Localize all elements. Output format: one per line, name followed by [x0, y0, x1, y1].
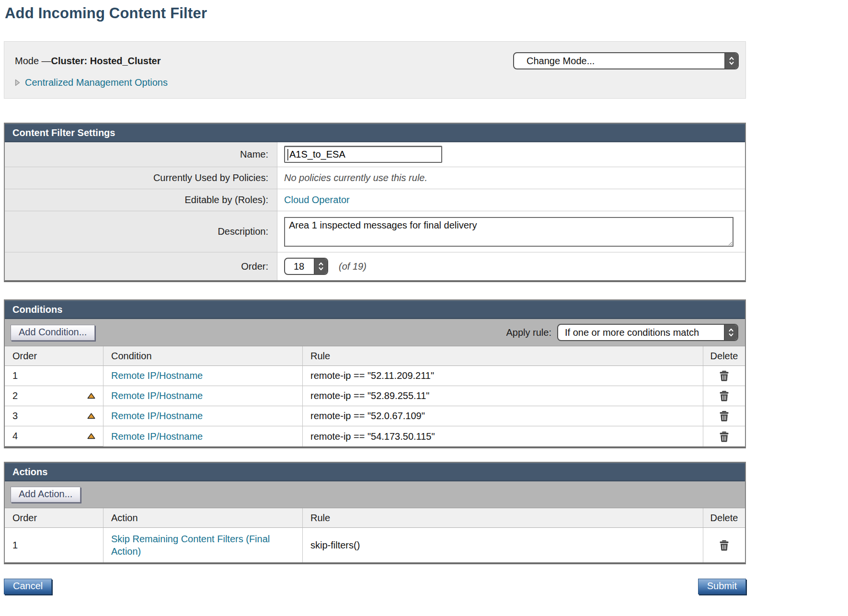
condition-row-order: 1: [5, 366, 103, 386]
condition-order-number: 1: [12, 370, 18, 381]
delete-trash-icon[interactable]: [719, 370, 729, 381]
mode-value: Cluster: Hosted_Cluster: [51, 56, 161, 66]
centralized-management-row: Centralized Management Options: [15, 77, 739, 88]
condition-rule: remote-ip == "52.89.255.11": [310, 390, 429, 401]
description-input[interactable]: Area 1 inspected messages for final deli…: [284, 217, 733, 247]
name-label: Name:: [5, 142, 277, 167]
conditions-col-rule: Rule: [303, 346, 703, 366]
condition-order-number: 2: [12, 390, 18, 401]
select-stepper-icon: [314, 259, 327, 274]
apply-rule-select[interactable]: If one or more conditions match: [557, 324, 738, 341]
condition-row-order: 3: [5, 406, 103, 426]
conditions-panel: Conditions Add Condition... Apply rule: …: [4, 299, 746, 448]
mode-panel: Mode —Cluster: Hosted_Cluster Change Mod…: [4, 41, 746, 99]
delete-trash-icon[interactable]: [719, 540, 729, 551]
policies-value: No policies currently use this rule.: [284, 172, 427, 183]
policies-label: Currently Used by Policies:: [5, 167, 277, 189]
action-order-number: 1: [12, 540, 18, 551]
condition-rule: remote-ip == "52.11.209.211": [310, 370, 434, 381]
condition-link[interactable]: Remote IP/Hostname: [111, 370, 203, 381]
conditions-toolbar: Add Condition... Apply rule: If one or m…: [5, 319, 745, 346]
move-up-icon[interactable]: [87, 393, 95, 399]
action-link[interactable]: Skip Remaining Content Filters (Final Ac…: [111, 533, 296, 558]
conditions-panel-header: Conditions: [5, 300, 745, 319]
mode-row: Mode —Cluster: Hosted_Cluster Change Mod…: [15, 52, 739, 69]
settings-row-order: Order: 18 (of 19): [5, 252, 745, 280]
add-condition-button[interactable]: Add Condition...: [11, 325, 95, 341]
actions-toolbar: Add Action...: [5, 481, 745, 508]
condition-link[interactable]: Remote IP/Hostname: [111, 431, 203, 442]
apply-rule-select-value: If one or more conditions match: [558, 325, 724, 340]
apply-rule-group: Apply rule: If one or more conditions ma…: [506, 324, 740, 341]
editable-label: Editable by (Roles):: [5, 189, 277, 211]
mode-text: Mode —Cluster: Hosted_Cluster: [15, 56, 161, 67]
change-mode-select[interactable]: Change Mode...: [513, 52, 739, 69]
order-select-value: 18: [285, 259, 314, 274]
conditions-col-condition: Condition: [103, 346, 303, 366]
condition-link[interactable]: Remote IP/Hostname: [111, 411, 203, 422]
settings-row-name: Name:: [5, 142, 745, 167]
action-row-order: 1: [5, 528, 103, 562]
condition-link[interactable]: Remote IP/Hostname: [111, 390, 203, 401]
condition-row-order: 2: [5, 386, 103, 406]
disclosure-triangle-icon[interactable]: [15, 79, 20, 86]
actions-col-rule: Rule: [303, 508, 703, 528]
actions-col-delete: Delete: [703, 508, 745, 528]
add-action-button[interactable]: Add Action...: [11, 487, 80, 502]
delete-trash-icon[interactable]: [719, 390, 729, 401]
actions-col-order: Order: [5, 508, 103, 528]
condition-rule: remote-ip == "54.173.50.115": [310, 431, 435, 442]
conditions-col-delete: Delete: [703, 346, 745, 366]
apply-rule-label: Apply rule:: [506, 327, 552, 338]
delete-trash-icon[interactable]: [719, 411, 729, 422]
conditions-col-order: Order: [5, 346, 103, 366]
select-stepper-icon: [724, 53, 738, 68]
conditions-table: Order Condition Rule Delete 1 Remote IP/…: [5, 346, 745, 446]
order-of-note: (of 19): [339, 261, 367, 272]
delete-trash-icon[interactable]: [719, 431, 729, 442]
page-title: Add Incoming Content Filter: [5, 5, 848, 22]
footer-buttons: Cancel Submit: [4, 579, 746, 594]
move-up-icon[interactable]: [87, 413, 95, 419]
actions-panel-header: Actions: [5, 463, 745, 481]
condition-row-order: 4: [5, 426, 103, 446]
settings-row-editable: Editable by (Roles): Cloud Operator: [5, 189, 745, 211]
change-mode-select-value: Change Mode...: [514, 53, 724, 68]
content-filter-settings-panel: Content Filter Settings Name: Currently …: [4, 123, 746, 282]
actions-panel: Actions Add Action... Order Action Rule …: [4, 462, 746, 564]
order-select[interactable]: 18: [284, 258, 328, 275]
settings-row-description: Description: Area 1 inspected messages f…: [5, 211, 745, 252]
select-stepper-icon: [724, 325, 737, 340]
cloud-operator-link[interactable]: Cloud Operator: [284, 194, 350, 205]
order-label: Order:: [5, 252, 277, 280]
condition-rule: remote-ip == "52.0.67.109": [310, 411, 425, 422]
actions-table: Order Action Rule Delete 1 Skip Remainin…: [5, 508, 745, 562]
centralized-management-options-link[interactable]: Centralized Management Options: [25, 77, 168, 88]
cancel-button[interactable]: Cancel: [4, 579, 52, 594]
page: Add Incoming Content Filter Mode —Cluste…: [0, 0, 848, 594]
condition-order-number: 4: [12, 431, 18, 442]
submit-button[interactable]: Submit: [698, 579, 746, 594]
mode-label: Mode —: [15, 56, 51, 66]
name-input[interactable]: [284, 146, 442, 163]
action-rule: skip-filters(): [310, 540, 360, 551]
settings-row-policies: Currently Used by Policies: No policies …: [5, 167, 745, 189]
settings-panel-header: Content Filter Settings: [5, 124, 745, 142]
actions-col-action: Action: [103, 508, 303, 528]
description-label: Description:: [5, 211, 277, 252]
condition-order-number: 3: [12, 411, 18, 422]
move-up-icon[interactable]: [87, 433, 95, 439]
